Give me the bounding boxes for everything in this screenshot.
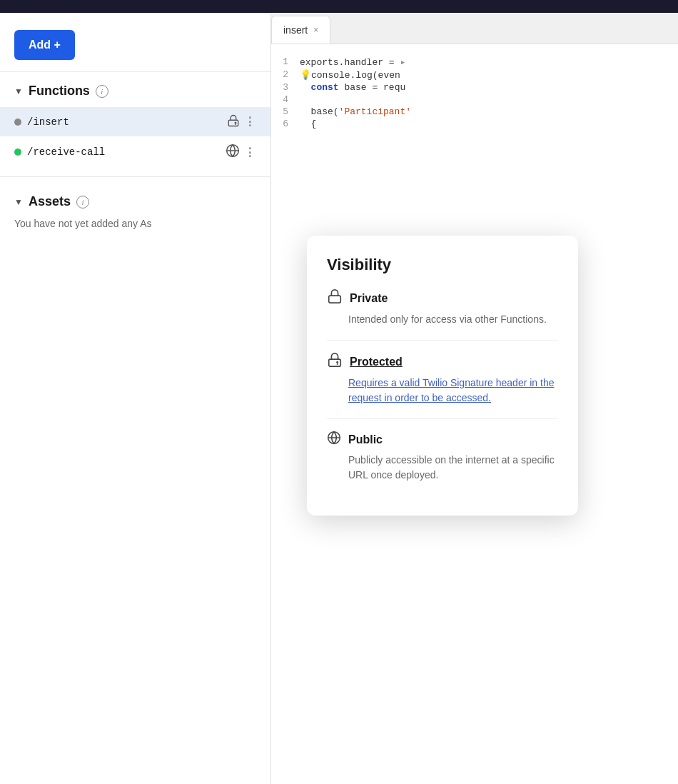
svg-rect-0 — [228, 120, 238, 126]
dots-menu-insert[interactable]: ⋮ — [244, 115, 256, 129]
status-dot-receive-call — [14, 149, 21, 156]
sidebar: Add + ▼ Functions i /insert — [0, 13, 271, 784]
section-divider — [0, 176, 270, 177]
assets-empty-text: You have not yet added any As — [14, 218, 256, 229]
option-header-private: Private — [327, 288, 558, 308]
svg-point-7 — [336, 361, 338, 363]
public-description: Publicly accessible on the internet at a… — [327, 453, 558, 483]
code-line-4: 4 — [271, 94, 678, 106]
assets-chevron-icon: ▼ — [14, 197, 23, 207]
globe-icon-receive-call — [226, 144, 240, 161]
visibility-option-protected[interactable]: Protected Requires a valid Twilio Signat… — [327, 352, 558, 406]
protected-title: Protected — [350, 356, 403, 368]
lock-icon-insert — [227, 114, 240, 129]
bulb-icon: 💡 — [300, 70, 311, 81]
visibility-option-private[interactable]: Private Intended only for access via oth… — [327, 288, 558, 327]
option-header-protected: Protected — [327, 352, 558, 371]
svg-rect-5 — [329, 296, 341, 303]
code-line-3: 3 const base = requ — [271, 81, 678, 94]
code-line-6: 6 { — [271, 118, 678, 130]
const-keyword: const — [311, 82, 339, 93]
function-list: /insert ⋮ /receive-call — [0, 104, 270, 171]
function-item-receive-call[interactable]: /receive-call ⋮ — [0, 136, 270, 168]
tab-insert[interactable]: insert × — [271, 16, 330, 44]
code-line-1: 1 exports.handler = ▸ — [271, 56, 678, 69]
public-title: Public — [348, 433, 383, 446]
assets-info-icon[interactable]: i — [76, 196, 89, 208]
line-number-6: 6 — [271, 119, 300, 129]
lock-person-icon-protected — [327, 352, 343, 371]
line-number-5: 5 — [271, 106, 300, 117]
functions-chevron-icon: ▼ — [14, 86, 23, 96]
dots-menu-receive-call[interactable]: ⋮ — [244, 146, 256, 159]
assets-section: ▼ Assets i You have not yet added any As — [0, 183, 270, 241]
assets-header: ▼ Assets i — [14, 194, 256, 209]
svg-point-1 — [235, 122, 237, 124]
function-name-receive-call: /receive-call — [27, 146, 220, 158]
line-content-6: { — [300, 119, 316, 129]
line-content-1: exports.handler = ▸ — [300, 56, 405, 68]
tab-label: insert — [283, 24, 308, 36]
line-number-2: 2 — [271, 69, 300, 80]
line-number-3: 3 — [271, 82, 300, 93]
function-name-insert: /insert — [27, 116, 221, 128]
function-icons-receive-call: ⋮ — [226, 144, 256, 161]
popup-title: Visibility — [327, 256, 558, 274]
status-dot-insert — [14, 119, 21, 126]
function-item-insert[interactable]: /insert ⋮ — [0, 107, 270, 136]
top-bar — [0, 0, 678, 13]
protected-description[interactable]: Requires a valid Twilio Signature header… — [327, 376, 558, 406]
line-number-4: 4 — [271, 94, 300, 105]
option-divider-2 — [327, 418, 558, 419]
lock-icon-private — [327, 288, 343, 308]
private-title: Private — [350, 292, 388, 305]
string-participant: 'Participant' — [339, 106, 411, 117]
add-button-label: Add + — [29, 39, 61, 51]
sidebar-top: Add + — [0, 13, 270, 72]
functions-section-header: ▼ Functions i — [0, 72, 270, 104]
line-number-1: 1 — [271, 56, 300, 67]
option-divider-1 — [327, 340, 558, 341]
option-header-public: Public — [327, 431, 558, 448]
line-content-2: 💡console.log(even — [300, 69, 400, 81]
globe-icon-public — [327, 431, 341, 448]
visibility-option-public[interactable]: Public Publicly accessible on the intern… — [327, 431, 558, 483]
functions-title: Functions — [29, 84, 90, 99]
functions-info-icon[interactable]: i — [96, 85, 108, 98]
line-content-3: const base = requ — [300, 82, 405, 93]
tab-close-button[interactable]: × — [313, 25, 318, 35]
line-content-5: base('Participant' — [300, 106, 411, 117]
svg-rect-6 — [329, 359, 341, 366]
add-button[interactable]: Add + — [14, 30, 75, 60]
code-line-2: 2 💡console.log(even — [271, 69, 678, 81]
assets-title: Assets — [29, 194, 71, 209]
tab-bar: insert × — [271, 13, 678, 44]
function-icons-insert: ⋮ — [227, 114, 256, 129]
private-description: Intended only for access via other Funct… — [327, 312, 558, 327]
visibility-popup: Visibility Private Intended only for acc… — [307, 236, 578, 516]
code-line-5: 5 base('Participant' — [271, 106, 678, 118]
